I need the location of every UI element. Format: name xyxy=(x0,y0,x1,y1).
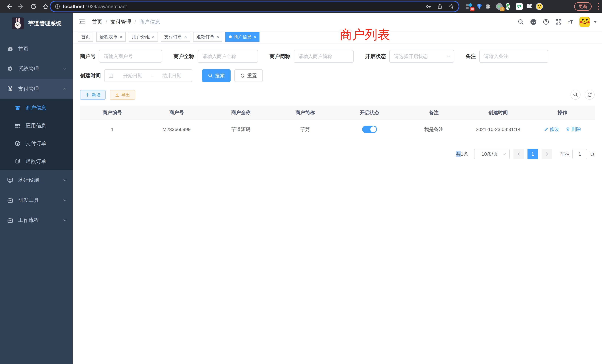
sidebar-item-infrastructure[interactable]: 基础设施 xyxy=(0,170,73,190)
browser-reload-icon[interactable] xyxy=(30,3,37,10)
refresh-table-button[interactable] xyxy=(585,90,595,100)
browser-back-icon[interactable] xyxy=(6,3,12,10)
tab-refund-order[interactable]: 退款订单× xyxy=(193,32,222,42)
share-icon[interactable] xyxy=(437,4,443,9)
tab-process-form[interactable]: 流程表单× xyxy=(96,32,126,42)
extension-chat-icon[interactable] xyxy=(516,3,523,10)
status-toggle[interactable] xyxy=(362,126,377,133)
sidebar-item-label: 退款订单 xyxy=(26,158,46,165)
header-search-icon[interactable] xyxy=(518,19,524,25)
sidebar-item-label: 支付订单 xyxy=(26,140,46,147)
status-select-input[interactable] xyxy=(389,50,454,63)
close-icon[interactable]: × xyxy=(254,35,256,39)
prev-page-button[interactable] xyxy=(513,149,524,159)
github-icon[interactable] xyxy=(530,19,537,25)
close-icon[interactable]: × xyxy=(120,35,122,39)
export-button[interactable]: 导出 xyxy=(110,90,135,100)
full-name-input[interactable] xyxy=(198,50,258,63)
page-size-value[interactable] xyxy=(474,149,510,159)
filter-row-1: 商户号 商户全称 商户简称 开启状态 xyxy=(80,50,595,63)
sidebar-item-app-info[interactable]: 应用信息 xyxy=(0,117,73,135)
sidebar-item-label: 商户信息 xyxy=(26,104,46,111)
tab-home[interactable]: 首页 xyxy=(78,32,93,42)
edit-button[interactable]: 修改 xyxy=(544,126,559,132)
col-merchant-no: 商户号 xyxy=(144,106,209,120)
user-avatar[interactable] xyxy=(579,17,590,27)
extension-badge: 10 xyxy=(470,7,474,11)
site-info-icon[interactable] xyxy=(55,4,60,9)
browser-profile-avatar[interactable] xyxy=(536,3,543,10)
url-text[interactable]: localhost:1024/pay/merchant xyxy=(63,4,127,10)
breadcrumb-home[interactable]: 首页 xyxy=(92,18,102,25)
reset-button[interactable]: 重置 xyxy=(234,69,263,82)
merchant-no-input[interactable] xyxy=(99,50,162,63)
extension-kite-icon[interactable] xyxy=(476,3,483,10)
sidebar-item-merchant-info[interactable]: 商户信息 xyxy=(0,99,73,117)
extension-command-icon[interactable]: ⌘ xyxy=(486,3,493,10)
toggle-search-button[interactable] xyxy=(570,90,580,100)
help-icon[interactable] xyxy=(543,19,549,25)
browser-home-icon[interactable] xyxy=(42,3,49,10)
breadcrumb-payment[interactable]: 支付管理 xyxy=(110,18,131,25)
short-name-input[interactable] xyxy=(294,50,354,63)
monitor-chart-icon xyxy=(7,177,13,183)
extension-y-icon[interactable]: y xyxy=(506,3,513,10)
sidebar-item-refund-order[interactable]: 退款订单 xyxy=(0,152,73,170)
breadcrumb: 首页 / 支付管理 / 商户信息 xyxy=(92,18,160,25)
shop-icon xyxy=(15,105,20,111)
browser-menu-icon[interactable] xyxy=(598,3,599,10)
extensions-area: 10 ⌘ 1 y xyxy=(466,0,543,13)
sidebar-item-label: 系统管理 xyxy=(18,65,39,73)
cell-merchant-id: 1 xyxy=(80,120,144,139)
close-icon[interactable]: × xyxy=(184,35,187,39)
cell-short-name: 芋艿 xyxy=(273,120,337,139)
fullscreen-icon[interactable] xyxy=(556,19,562,25)
remark-input[interactable] xyxy=(479,50,548,63)
search-button[interactable]: 搜索 xyxy=(202,69,231,82)
font-size-icon[interactable]: тT xyxy=(568,19,573,25)
page-annotation: 商户列表 xyxy=(340,26,390,43)
sidebar-item-workflow[interactable]: 工作流程 xyxy=(0,210,73,230)
cell-create-time: 2021-10-23 08:31:14 xyxy=(466,120,530,139)
browser-update-button[interactable]: 更新 xyxy=(574,2,592,11)
toolbox-icon xyxy=(7,197,13,203)
close-icon[interactable]: × xyxy=(152,35,155,39)
sidebar-item-pay-order[interactable]: 支付订单 xyxy=(0,135,73,152)
chevron-down-icon xyxy=(63,198,67,202)
merchant-no-label: 商户号 xyxy=(80,53,96,60)
bookmark-star-icon[interactable] xyxy=(449,4,454,9)
sidebar-item-dev-tools[interactable]: 研发工具 xyxy=(0,190,73,210)
cell-status xyxy=(337,120,402,139)
status-select[interactable] xyxy=(389,50,454,63)
app-logo[interactable]: 芋道管理系统 xyxy=(0,13,73,34)
extension-blue-diamond-icon[interactable]: 10 xyxy=(466,3,473,10)
sidebar-item-home[interactable]: 首页 xyxy=(0,39,73,59)
tab-pay-order[interactable]: 支付订单× xyxy=(161,32,190,42)
close-icon[interactable]: × xyxy=(216,35,219,39)
goto-page-input[interactable] xyxy=(572,149,587,159)
sidebar-item-system[interactable]: 系统管理 xyxy=(0,59,73,79)
cell-remark: 我是备注 xyxy=(402,120,466,139)
tab-user-group[interactable]: 用户分组× xyxy=(129,32,158,42)
browser-forward-icon[interactable] xyxy=(18,3,24,10)
trash-icon xyxy=(566,127,570,131)
page-number-1[interactable]: 1 xyxy=(527,149,538,159)
sidebar-collapse-icon[interactable] xyxy=(79,19,85,25)
delete-button[interactable]: 删除 xyxy=(566,126,581,132)
extension-profile-icon[interactable]: 1 xyxy=(496,3,503,10)
add-button[interactable]: 新增 xyxy=(80,90,106,100)
col-short-name: 商户简称 xyxy=(273,106,337,120)
tab-merchant-info[interactable]: 商户信息× xyxy=(225,32,259,42)
remark-label: 备注 xyxy=(466,53,476,60)
address-bar[interactable]: localhost:1024/pay/merchant xyxy=(50,1,459,11)
avatar-caret-icon[interactable] xyxy=(594,21,597,23)
extensions-puzzle-icon[interactable] xyxy=(526,3,533,10)
date-range-picker[interactable]: 开始日期 - 结束日期 xyxy=(104,69,192,82)
page-size-select[interactable] xyxy=(474,149,510,159)
chevron-up-icon xyxy=(63,87,67,91)
chevron-down-icon xyxy=(63,178,67,182)
next-page-button[interactable] xyxy=(542,149,552,159)
password-key-icon[interactable] xyxy=(426,4,431,9)
screen: localhost:1024/pay/merchant 10 xyxy=(0,0,602,364)
sidebar-item-payment[interactable]: ¥ 支付管理 xyxy=(0,79,73,99)
